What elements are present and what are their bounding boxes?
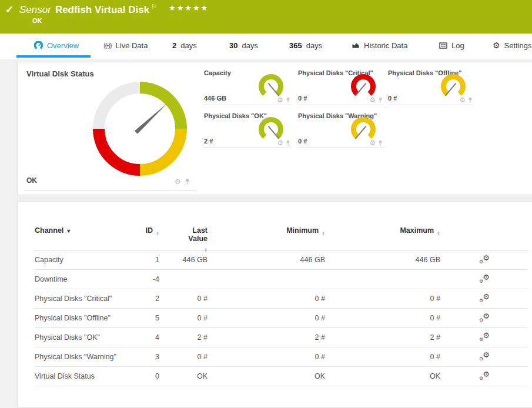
channel-name: Physical Disks "Offline" (35, 314, 129, 322)
tab-live-data[interactable]: ((•)) Live Data (103, 34, 148, 57)
sort-icon: ▲▼ (204, 248, 208, 252)
mini-gauge: Physical Disks "OK" 2 # ⚙ (203, 111, 292, 148)
sensor-header: ✓ SensorRedfish Virtual Disk⚐ ★★★★★ OK (0, 0, 532, 34)
tab-label: days (306, 41, 322, 50)
tab-log[interactable]: Log (439, 34, 464, 57)
prtg-sensor-page: ✓ SensorRedfish Virtual Disk⚐ ★★★★★ OK O… (0, 0, 532, 408)
channel-settings-icon[interactable]: ⚙⚙ (479, 371, 490, 380)
channels-table: Channel▾ ID▲▼ Last Value▲▼ Minimum▲▼ Max… (35, 225, 528, 386)
pin-icon[interactable] (286, 97, 290, 103)
channel-name: Physical Disks "Critical" (35, 295, 129, 303)
channel-settings-icon[interactable]: ⚙⚙ (479, 293, 490, 303)
channels-panel: Channel▾ ID▲▼ Last Value▲▼ Minimum▲▼ Max… (18, 201, 532, 408)
channel-minimum: 0 # (208, 353, 325, 361)
table-row: Physical Disks "Warning" 3 0 # 0 # 0 # ⚙… (35, 347, 528, 367)
channel-maximum: 0 # (325, 295, 440, 303)
table-row: Physical Disks "Critical" 2 0 # 0 # 0 # … (35, 289, 528, 309)
tab-2-days[interactable]: 2 days (172, 34, 197, 57)
channel-name: Virtual Disk Status (35, 372, 129, 380)
pin-icon[interactable] (378, 140, 383, 146)
tab-365-days[interactable]: 365 days (289, 34, 322, 57)
tab-label: Overview (47, 41, 79, 50)
channel-id: 0 (129, 372, 159, 380)
channel-last-value: 446 GB (159, 256, 208, 264)
table-row: Capacity 1 446 GB 446 GB 446 GB ⚙⚙ (35, 250, 528, 270)
mini-gauge-title: Capacity (204, 69, 231, 76)
sensor-status-label: OK (32, 17, 42, 24)
table-row: Physical Disks "Offline" 5 0 # 0 # 0 # ⚙… (35, 309, 528, 328)
gauge-settings-icon[interactable]: ⚙ (459, 96, 466, 103)
pin-icon[interactable] (468, 97, 473, 103)
channel-minimum: 446 GB (208, 256, 325, 264)
mini-gauge: Physical Disks "Warning" 0 # ⚙ (297, 111, 384, 148)
gauge-settings-icon[interactable]: ⚙ (175, 178, 181, 185)
status-gauge-value: OK (26, 176, 37, 185)
pin-icon[interactable] (378, 97, 383, 103)
channel-name: Physical Disks "Warning" (35, 353, 129, 361)
column-header-channel[interactable]: Channel▾ (35, 226, 129, 235)
tab-label: Log (451, 41, 464, 50)
priority-stars[interactable]: ★★★★★ (169, 4, 209, 12)
mini-gauge-value: 2 # (204, 138, 213, 145)
gauge-settings-icon[interactable]: ⚙ (369, 96, 376, 103)
table-header: Channel▾ ID▲▼ Last Value▲▼ Minimum▲▼ Max… (35, 225, 528, 250)
pin-icon[interactable] (185, 178, 190, 185)
tab-bar: Overview ((•)) Live Data 2 days 30 days … (0, 34, 532, 59)
sensor-title-line: SensorRedfish Virtual Disk⚐ (19, 3, 157, 16)
mini-gauge-value: 0 # (298, 138, 307, 145)
channel-settings-icon[interactable]: ⚙⚙ (479, 352, 490, 361)
channel-maximum: 0 # (325, 353, 440, 361)
channel-settings-icon[interactable]: ⚙⚙ (479, 274, 490, 283)
status-gauge-dial (90, 79, 190, 179)
tab-settings[interactable]: ⚙ Settings (493, 34, 532, 57)
table-body: Capacity 1 446 GB 446 GB 446 GB ⚙⚙ Downt… (35, 250, 528, 386)
column-header-id[interactable]: ID▲▼ (129, 226, 159, 236)
tab-label: Settings (504, 41, 532, 50)
gauge-settings-icon[interactable]: ⚙ (369, 139, 376, 146)
channel-settings-icon[interactable]: ⚙⚙ (479, 332, 490, 342)
flag-icon: ⚐ (151, 3, 157, 10)
tab-30-days[interactable]: 30 days (229, 34, 258, 57)
channel-name: Capacity (35, 256, 129, 264)
status-gauge-actions: ⚙ (175, 178, 190, 185)
log-icon (439, 42, 447, 49)
channel-maximum: 0 # (325, 314, 440, 322)
channel-maximum: 446 GB (325, 256, 440, 264)
active-tab-indicator (16, 55, 91, 58)
channel-name: Physical Disks "OK" (35, 333, 129, 342)
tab-overview[interactable]: Overview (34, 34, 79, 57)
channel-id: 5 (129, 314, 159, 322)
object-kind-label: Sensor (19, 4, 51, 15)
channel-last-value: OK (159, 372, 208, 380)
column-header-minimum[interactable]: Minimum▲▼ (208, 226, 325, 236)
tab-label: days (180, 41, 196, 50)
page-title: Redfish Virtual Disk (55, 4, 149, 15)
table-row: Physical Disks "OK" 4 2 # 2 # 2 # ⚙⚙ (35, 328, 528, 347)
status-gauge-title: Virtual Disk Status (26, 69, 94, 78)
channel-minimum: 0 # (208, 295, 325, 303)
gauge-settings-icon[interactable]: ⚙ (277, 96, 283, 103)
channel-last-value: 2 # (159, 333, 208, 342)
area-chart-icon (352, 42, 360, 49)
pin-icon[interactable] (286, 140, 290, 146)
status-check-icon: ✓ (5, 4, 14, 16)
column-header-last-value[interactable]: Last Value▲▼ (159, 226, 208, 252)
channel-maximum: OK (325, 372, 440, 380)
channel-name: Downtime (35, 275, 129, 283)
gear-icon: ⚙ (493, 41, 500, 49)
column-header-maximum[interactable]: Maximum▲▼ (325, 226, 440, 236)
channel-minimum: 2 # (208, 333, 325, 342)
sort-icon: ▲▼ (437, 231, 440, 236)
tab-historic-data[interactable]: Historic Data (352, 34, 407, 57)
channel-id: 3 (129, 353, 159, 361)
channel-minimum: 0 # (208, 314, 325, 322)
dropdown-caret-icon: ▾ (67, 228, 70, 234)
channel-id: 2 (129, 295, 159, 303)
channel-minimum: OK (208, 372, 325, 380)
broadcast-icon: ((•)) (103, 42, 112, 49)
tab-label: Historic Data (364, 41, 407, 50)
channel-last-value: 0 # (159, 353, 208, 361)
gauge-settings-icon[interactable]: ⚙ (277, 139, 283, 146)
channel-settings-icon[interactable]: ⚙⚙ (479, 255, 490, 264)
channel-settings-icon[interactable]: ⚙⚙ (479, 313, 490, 322)
